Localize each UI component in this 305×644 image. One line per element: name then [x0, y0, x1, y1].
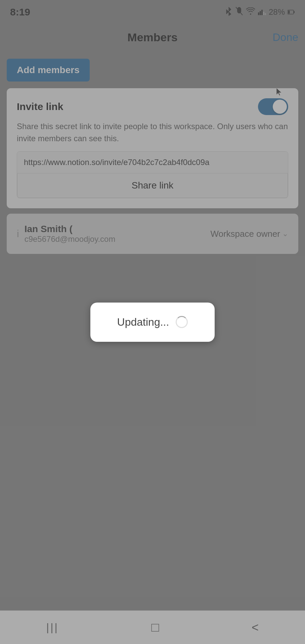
loading-spinner	[176, 316, 188, 328]
loading-overlay: Updating...	[0, 0, 305, 644]
updating-text: Updating...	[117, 316, 169, 328]
updating-modal: Updating...	[90, 303, 215, 342]
